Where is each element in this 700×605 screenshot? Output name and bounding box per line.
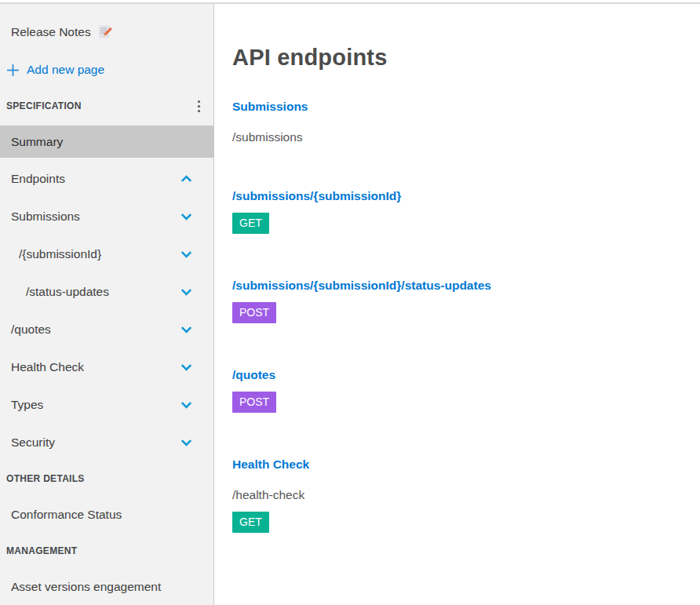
management-header-label: MANAGEMENT xyxy=(6,545,77,556)
add-new-page-label: Add new page xyxy=(27,63,104,77)
other-details-header-label: OTHER DETAILS xyxy=(6,473,85,484)
plus-icon xyxy=(6,64,20,77)
endpoint-link-health-check[interactable]: Health Check xyxy=(232,457,309,472)
sidebar-item-submission-id[interactable]: /{submissionId} xyxy=(0,235,213,273)
chevron-up-icon[interactable] xyxy=(180,175,192,183)
sidebar-item-asset-versions-engagement[interactable]: Asset versions engagement xyxy=(0,568,213,605)
quotes-label: /quotes xyxy=(11,323,51,337)
endpoint-link-quotes[interactable]: /quotes xyxy=(232,368,275,382)
endpoint-link-submission-id[interactable]: /submissions/{submissionId} xyxy=(232,189,401,203)
security-label: Security xyxy=(11,436,55,450)
asset-versions-engagement-label: Asset versions engagement xyxy=(11,580,161,594)
sidebar-item-submissions[interactable]: Submissions xyxy=(0,198,213,235)
sidebar-item-release-notes[interactable]: Release Notes xyxy=(0,13,213,51)
section-header-management: MANAGEMENT xyxy=(0,534,213,568)
section-header-other-details: OTHER DETAILS xyxy=(0,461,213,496)
sidebar-item-endpoints[interactable]: Endpoints xyxy=(0,160,213,198)
edit-document-icon xyxy=(98,24,112,40)
health-check-label: Health Check xyxy=(11,360,84,374)
chevron-down-icon[interactable] xyxy=(180,363,192,371)
status-updates-label: /status-updates xyxy=(26,285,109,299)
endpoint-path: /submissions xyxy=(232,130,700,144)
method-badge-get: GET xyxy=(232,512,269,533)
sidebar-item-status-updates[interactable]: /status-updates xyxy=(0,273,213,311)
chevron-down-icon[interactable] xyxy=(180,250,192,258)
section-header-specification: SPECIFICATION xyxy=(0,89,213,123)
method-badge-post: POST xyxy=(232,392,276,413)
chevron-down-icon[interactable] xyxy=(180,326,192,333)
chevron-down-icon[interactable] xyxy=(180,401,192,409)
sidebar-item-security[interactable]: Security xyxy=(0,424,213,461)
release-notes-label: Release Notes xyxy=(11,25,91,39)
endpoint-link-status-updates[interactable]: /submissions/{submissionId}/status-updat… xyxy=(232,279,491,293)
chevron-down-icon[interactable] xyxy=(180,439,192,446)
method-badge-get: GET xyxy=(232,213,269,234)
sidebar-item-health-check[interactable]: Health Check xyxy=(0,348,213,386)
chevron-down-icon[interactable] xyxy=(180,213,192,220)
sidebar: Release Notes Add new page SPECIFICATION xyxy=(0,4,214,605)
sidebar-item-conformance-status[interactable]: Conformance Status xyxy=(0,496,213,534)
content-pane: API endpoints Submissions /submissions /… xyxy=(215,4,700,605)
submission-id-label: /{submissionId} xyxy=(19,247,101,261)
conformance-status-label: Conformance Status xyxy=(11,508,122,522)
method-badge-post: POST xyxy=(232,302,276,323)
sidebar-item-quotes[interactable]: /quotes xyxy=(0,311,213,348)
endpoints-label: Endpoints xyxy=(11,172,65,186)
summary-label: Summary xyxy=(11,135,63,149)
page-title: API endpoints xyxy=(232,45,700,71)
chevron-down-icon[interactable] xyxy=(180,288,192,296)
types-label: Types xyxy=(11,398,43,412)
vertical-ellipsis-icon[interactable] xyxy=(194,98,204,115)
specification-header-label: SPECIFICATION xyxy=(6,100,82,111)
submissions-label: Submissions xyxy=(11,210,80,224)
sidebar-item-types[interactable]: Types xyxy=(0,386,213,424)
sidebar-item-summary[interactable]: Summary xyxy=(0,126,213,158)
endpoint-link-submissions[interactable]: Submissions xyxy=(232,100,308,114)
endpoint-path: /health-check xyxy=(232,488,700,502)
add-new-page-button[interactable]: Add new page xyxy=(0,51,213,89)
